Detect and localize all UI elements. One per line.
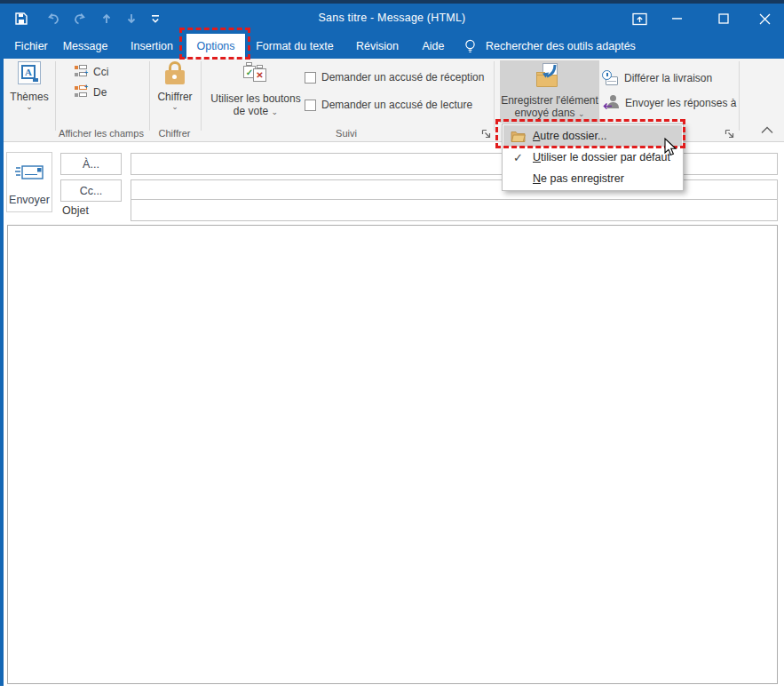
person-reply-icon	[605, 95, 620, 110]
checkbox-accuse-lecture[interactable]	[305, 100, 316, 111]
window-left-border	[0, 59, 4, 686]
group-label-chiffrer: Chiffrer	[149, 128, 200, 139]
outlook-message-window: Sans titre - Message (HTML) Fichier Mess…	[0, 0, 784, 693]
title-bar: Sans titre - Message (HTML)	[0, 0, 784, 34]
to-button[interactable]: À...	[60, 153, 122, 175]
de-icon: +	[75, 85, 88, 99]
send-envelope-icon	[13, 163, 45, 185]
folder-icon	[503, 130, 533, 142]
objet-input[interactable]	[131, 199, 778, 221]
ribbon-display-options-icon[interactable]	[625, 7, 653, 30]
vote-label-line2: de vote ⌄	[234, 105, 278, 117]
tell-me-search-label: Rechercher des outils adaptés	[486, 40, 636, 52]
menu-item-autre-dossier[interactable]: Autre dossier...	[503, 125, 682, 147]
themes-button[interactable]: A Thèmes ⌄	[8, 61, 51, 110]
chevron-down-icon: ⌄	[26, 103, 33, 110]
vote-icon: ✓ ✕	[242, 60, 270, 89]
minimize-button[interactable]	[663, 7, 692, 30]
menu-item-ne-pas-enregistrer[interactable]: Ne pas enregistrer	[503, 168, 682, 189]
group-label-afficher-les-champs: Afficher les champs	[53, 128, 149, 139]
lightbulb-icon	[463, 39, 477, 54]
group-separator	[149, 61, 150, 131]
menu-item-label: Autre dossier...	[533, 130, 606, 142]
label-accuse-lecture: Demander un accusé de lecture	[321, 99, 472, 112]
de-button[interactable]: + De	[75, 85, 107, 99]
lock-icon	[165, 61, 185, 85]
de-label: De	[93, 86, 107, 99]
vote-buttons-button[interactable]: ✓ ✕ Utiliser les boutons de vote ⌄	[206, 60, 305, 117]
chevron-down-icon: ⌄	[171, 103, 178, 110]
tab-message[interactable]: Message	[59, 34, 112, 59]
save-sent-item-menu: Autre dossier... ✓ Utiliser le dossier p…	[502, 123, 684, 191]
cci-button[interactable]: + Cci	[75, 65, 108, 78]
menu-item-label: Utiliser le dossier par défaut	[533, 151, 670, 163]
tell-me-search[interactable]: Rechercher des outils adaptés	[463, 34, 636, 59]
checkbox-accuse-reception[interactable]	[305, 72, 316, 84]
options-dialog-launcher-icon[interactable]	[725, 129, 735, 139]
menu-item-label: Ne pas enregistrer	[533, 172, 624, 185]
collapse-ribbon-button[interactable]	[760, 124, 774, 137]
ribbon-tab-row: Fichier Message Insertion Options Format…	[0, 34, 784, 59]
save-sent-label-line2: envoyé dans ⌄	[515, 107, 585, 119]
menu-item-dossier-par-defaut[interactable]: ✓ Utiliser le dossier par défaut	[503, 147, 682, 168]
save-sent-label-line1: Enregistrer l'élément	[501, 94, 598, 107]
label-accuse-reception: Demander un accusé de réception	[321, 71, 484, 84]
envoyer-label: Envoyer	[9, 194, 50, 206]
tab-revision[interactable]: Révision	[350, 34, 405, 59]
close-button[interactable]	[750, 7, 779, 30]
delay-delivery-icon	[602, 70, 619, 86]
themes-label: Thèmes	[10, 91, 48, 103]
group-separator	[494, 61, 495, 131]
tab-options[interactable]: Options	[186, 34, 245, 59]
envoyer-reponses-label: Envoyer les réponses à	[625, 97, 736, 109]
suivi-dialog-launcher-icon[interactable]	[481, 129, 492, 139]
tab-fichier[interactable]: Fichier	[7, 34, 55, 59]
vote-label-line1: Utiliser les boutons	[210, 92, 300, 105]
tab-aide[interactable]: Aide	[412, 34, 455, 59]
differer-livraison-button[interactable]: Différer la livraison	[602, 70, 712, 86]
group-separator	[739, 61, 740, 131]
themes-icon: A	[18, 61, 41, 84]
envoyer-reponses-button[interactable]: Envoyer les réponses à	[605, 95, 736, 110]
group-separator	[201, 61, 202, 131]
enregistrer-element-envoye-button[interactable]: Enregistrer l'élément envoyé dans ⌄	[500, 60, 599, 123]
chiffrer-button[interactable]: Chiffrer ⌄	[151, 61, 199, 110]
chiffrer-label: Chiffrer	[157, 91, 192, 103]
tab-format-du-texte[interactable]: Format du texte	[252, 34, 337, 59]
group-label-suivi: Suivi	[204, 128, 488, 139]
chevron-down-icon: ⌄	[578, 109, 585, 118]
maximize-button[interactable]	[709, 7, 738, 30]
group-separator	[55, 61, 56, 131]
differer-livraison-label: Différer la livraison	[624, 72, 712, 84]
tab-insertion[interactable]: Insertion	[123, 34, 181, 59]
cci-icon: +	[75, 65, 88, 78]
chevron-down-icon: ⌄	[272, 108, 279, 116]
objet-label: Objet	[62, 204, 89, 217]
cc-button[interactable]: Cc...	[60, 179, 122, 202]
envoyer-button[interactable]: Envoyer	[6, 152, 52, 212]
save-sent-item-icon	[535, 63, 565, 92]
checkmark-icon: ✓	[503, 151, 533, 164]
message-body[interactable]	[7, 225, 778, 684]
cci-label: Cci	[93, 66, 108, 78]
